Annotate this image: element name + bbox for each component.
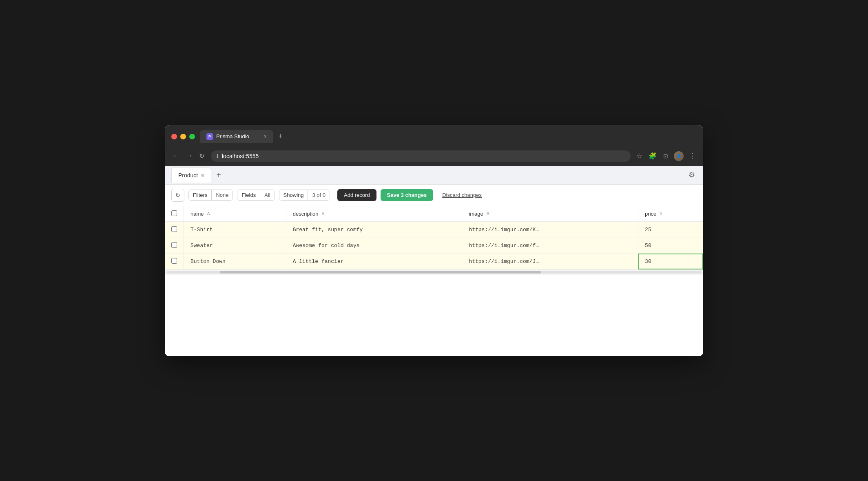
col-header-image: image A: [462, 206, 638, 222]
minimize-traffic-light[interactable]: [180, 134, 186, 139]
table-row: T-ShirtGreat fit, super comfyhttps://i.i…: [165, 222, 703, 238]
fields-group[interactable]: Fields All: [237, 190, 275, 201]
row-2-checkbox[interactable]: [171, 258, 177, 264]
add-model-tab-button[interactable]: +: [215, 169, 223, 181]
app-tab-bar: Product + ⚙: [165, 166, 703, 185]
scrollbar-thumb[interactable]: [220, 271, 541, 274]
nav-buttons: ← → ↻: [171, 151, 206, 161]
row-checkbox-cell: [165, 222, 184, 238]
col-image-label: image: [469, 211, 483, 217]
showing-group: Showing 3 of 0: [279, 190, 330, 201]
cell-price[interactable]: 50: [638, 238, 703, 254]
cell-price[interactable]: 30: [638, 254, 703, 269]
forward-button[interactable]: →: [184, 151, 194, 161]
browser-window: P Prisma Studio × + ← → ↻ ℹ localhost:55…: [165, 125, 703, 356]
settings-gear-icon[interactable]: ⚙: [687, 169, 697, 181]
bookmark-icon[interactable]: ☆: [636, 151, 643, 161]
toolbar: ↻ Filters None Fields All Showing 3 of 0…: [165, 185, 703, 206]
select-all-header: [165, 206, 184, 222]
cell-price[interactable]: 25: [638, 222, 703, 238]
col-image-type: A: [487, 211, 489, 216]
maximize-traffic-light[interactable]: [189, 134, 195, 139]
cell-image[interactable]: https://i.imgur.com/f…: [462, 238, 638, 254]
scrollbar-track: [166, 271, 702, 274]
product-tab[interactable]: Product: [171, 168, 211, 183]
tab-bar: P Prisma Studio × +: [200, 130, 697, 143]
filters-label: Filters: [189, 190, 212, 200]
row-checkbox-cell: [165, 254, 184, 269]
showing-value: 3 of 0: [308, 190, 330, 200]
row-checkbox-cell: [165, 238, 184, 254]
col-price-type: #: [660, 211, 662, 216]
cell-description[interactable]: A little fancier: [286, 254, 462, 269]
cell-description[interactable]: Great fit, super comfy: [286, 222, 462, 238]
browser-chrome: P Prisma Studio × +: [165, 125, 703, 148]
col-header-description: description A: [286, 206, 462, 222]
table-row: Button DownA little fancierhttps://i.img…: [165, 254, 703, 269]
empty-area: [165, 275, 703, 356]
select-all-checkbox[interactable]: [171, 210, 177, 216]
cell-image[interactable]: https://i.imgur.com/J…: [462, 254, 638, 269]
row-0-checkbox[interactable]: [171, 226, 177, 232]
save-changes-button[interactable]: Save 3 changes: [381, 189, 434, 201]
cell-name[interactable]: Button Down: [184, 254, 286, 269]
tab-title: Prisma Studio: [216, 133, 249, 139]
address-bar[interactable]: ℹ localhost:5555: [211, 150, 631, 162]
address-bar-row: ← → ↻ ℹ localhost:5555 ☆ 🧩 ⊡ 👤 ⋮: [165, 148, 703, 166]
prisma-icon: P: [206, 133, 213, 140]
col-price-label: price: [645, 211, 656, 217]
browser-tab[interactable]: P Prisma Studio ×: [200, 130, 273, 143]
url-text: localhost:5555: [222, 153, 259, 159]
table-container: name A description A ima: [165, 206, 703, 270]
traffic-lights: [171, 134, 195, 139]
fields-value: All: [260, 190, 274, 200]
cell-name[interactable]: Sweater: [184, 238, 286, 254]
showing-label: Showing: [279, 190, 308, 200]
browser-actions: ☆ 🧩 ⊡ 👤 ⋮: [636, 151, 697, 161]
app-content: Product + ⚙ ↻ Filters None Fields All Sh…: [165, 166, 703, 356]
filters-value: None: [212, 190, 232, 200]
info-icon: ℹ: [217, 153, 219, 159]
col-description-type: A: [322, 211, 325, 216]
table-row: SweaterAwesome for cold dayshttps://i.im…: [165, 238, 703, 254]
refresh-button[interactable]: ↻: [197, 151, 206, 161]
filters-group[interactable]: Filters None: [188, 190, 233, 201]
col-header-name: name A: [184, 206, 286, 222]
new-tab-button[interactable]: +: [277, 130, 284, 142]
menu-icon[interactable]: ⋮: [689, 151, 697, 161]
fields-label: Fields: [237, 190, 260, 200]
row-1-checkbox[interactable]: [171, 242, 177, 248]
col-name-label: name: [190, 211, 204, 217]
data-table: name A description A ima: [165, 206, 703, 270]
extension-icon[interactable]: 🧩: [648, 151, 658, 161]
horizontal-scrollbar[interactable]: [165, 270, 703, 275]
tab-label: Product: [178, 172, 198, 179]
close-traffic-light[interactable]: [171, 134, 177, 139]
col-name-type: A: [207, 211, 210, 216]
cast-icon[interactable]: ⊡: [662, 152, 669, 160]
col-description-label: description: [293, 211, 319, 217]
add-record-button[interactable]: Add record: [337, 189, 376, 201]
cell-image[interactable]: https://i.imgur.com/K…: [462, 222, 638, 238]
refresh-data-button[interactable]: ↻: [171, 189, 184, 202]
tab-close-button[interactable]: ×: [264, 134, 267, 139]
avatar[interactable]: 👤: [674, 151, 684, 161]
cell-description[interactable]: Awesome for cold days: [286, 238, 462, 254]
back-button[interactable]: ←: [171, 151, 181, 161]
col-header-price: price #: [638, 206, 703, 222]
refresh-icon: ↻: [175, 192, 180, 199]
cell-name[interactable]: T-Shirt: [184, 222, 286, 238]
discard-changes-button[interactable]: Discard changes: [437, 189, 487, 201]
tab-modified-dot: [201, 174, 204, 177]
